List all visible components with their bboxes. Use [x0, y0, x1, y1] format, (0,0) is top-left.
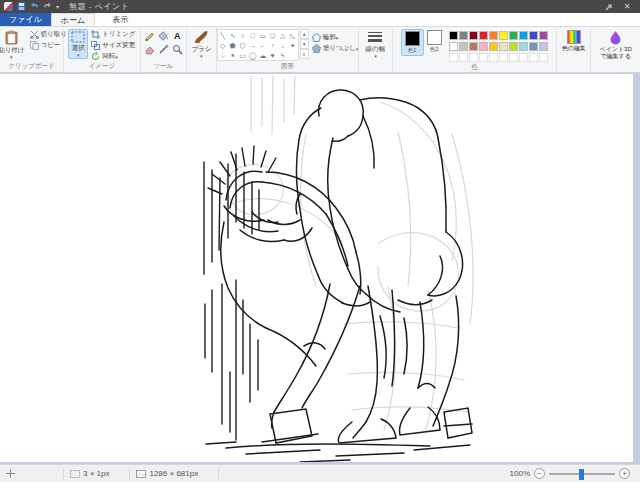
shapes-more-button[interactable]: ≡: [300, 49, 309, 59]
save-button[interactable]: [17, 2, 26, 11]
shape-cell[interactable]: [288, 50, 298, 60]
eraser-tool[interactable]: [143, 43, 156, 56]
shape-cell[interactable]: ◺: [288, 30, 298, 40]
group-size: 線の幅 ▾: [359, 27, 393, 72]
line-width-button[interactable]: 線の幅 ▾: [364, 29, 388, 59]
resize-button[interactable]: サイズ変更: [91, 40, 135, 51]
drawing-canvas[interactable]: [0, 74, 633, 462]
redo-button[interactable]: [43, 2, 52, 11]
shape-fill-button[interactable]: 塗りつぶし ▾: [312, 43, 359, 54]
magnifier-tool[interactable]: [171, 43, 184, 56]
pencil-tool[interactable]: [143, 29, 156, 42]
shape-cell[interactable]: ⬡: [238, 40, 248, 50]
palette-empty-slot[interactable]: [469, 53, 478, 62]
shape-cell[interactable]: ♥: [268, 50, 278, 60]
shape-cell[interactable]: →: [248, 40, 258, 50]
paint-window: ▾ 無題 - ペイント ✕ ファイル ホーム 表示 貼り付け ▾: [0, 0, 640, 482]
shape-cell[interactable]: □: [248, 30, 258, 40]
sketch-figure-stroke: [319, 90, 364, 136]
tab-file[interactable]: ファイル: [0, 13, 51, 26]
palette-swatch[interactable]: [539, 42, 548, 51]
shape-cell[interactable]: ☆: [218, 50, 228, 60]
window-maximize-button[interactable]: [600, 0, 618, 13]
shape-cell[interactable]: ▭: [258, 30, 268, 40]
tab-home[interactable]: ホーム: [51, 13, 95, 26]
color2-button[interactable]: 色2: [424, 29, 445, 54]
palette-empty-slot[interactable]: [529, 53, 538, 62]
clipboard-icon: [5, 30, 18, 45]
palette-swatch[interactable]: [489, 42, 498, 51]
shapes-scroll-up[interactable]: ▲: [300, 29, 309, 39]
palette-swatch[interactable]: [489, 31, 498, 40]
shape-cell[interactable]: ▭: [238, 50, 248, 60]
zoom-in-button[interactable]: +: [619, 468, 630, 479]
palette-empty-slot[interactable]: [499, 53, 508, 62]
palette-swatch[interactable]: [479, 42, 488, 51]
palette-empty-slot[interactable]: [459, 53, 468, 62]
palette-swatch[interactable]: [479, 31, 488, 40]
palette-swatch[interactable]: [499, 31, 508, 40]
shape-cell[interactable]: △: [278, 30, 288, 40]
shape-cell[interactable]: ⬠: [268, 30, 278, 40]
select-button[interactable]: 選択 ▾: [68, 29, 88, 59]
palette-swatch[interactable]: [449, 42, 458, 51]
shape-cell[interactable]: ◇: [218, 40, 228, 50]
palette-swatch[interactable]: [509, 31, 518, 40]
palette-swatch[interactable]: [469, 31, 478, 40]
palette-swatch[interactable]: [519, 42, 528, 51]
sketch-hatch-line: [253, 146, 254, 164]
shapes-scroll-down[interactable]: ▼: [300, 39, 309, 49]
shape-cell[interactable]: ╲: [218, 30, 228, 40]
selection-size-field: 3 × 1px: [64, 465, 115, 482]
shape-cell[interactable]: ϟ: [278, 50, 288, 60]
zoom-slider[interactable]: [549, 473, 615, 475]
shape-cell[interactable]: ∿: [228, 30, 238, 40]
paint3d-button[interactable]: ペイント3D で編集する: [598, 29, 634, 61]
shape-cell[interactable]: ↓: [278, 40, 288, 50]
palette-swatch[interactable]: [519, 31, 528, 40]
zoom-out-button[interactable]: −: [534, 468, 545, 479]
palette-swatch[interactable]: [469, 42, 478, 51]
palette-empty-slot[interactable]: [519, 53, 528, 62]
palette-empty-slot[interactable]: [479, 53, 488, 62]
text-tool[interactable]: A: [171, 29, 184, 42]
fill-tool[interactable]: [157, 29, 170, 42]
qat-customize-dropdown[interactable]: ▾: [56, 3, 59, 10]
shape-outline-button[interactable]: 輪郭 ▾: [312, 32, 359, 43]
window-close-button[interactable]: ✕: [618, 0, 636, 13]
shape-cell[interactable]: ☁: [258, 50, 268, 60]
palette-swatch[interactable]: [449, 31, 458, 40]
palette-empty-slot[interactable]: [509, 53, 518, 62]
color-picker-tool[interactable]: [157, 43, 170, 56]
brushes-button[interactable]: ブラシ ▾: [189, 29, 213, 59]
paste-button[interactable]: 貼り付け ▾: [0, 29, 27, 60]
palette-swatch[interactable]: [499, 42, 508, 51]
undo-button[interactable]: [30, 2, 39, 11]
palette-empty-slot[interactable]: [539, 53, 548, 62]
rotate-button[interactable]: 回転 ▾: [91, 51, 135, 62]
shape-cell[interactable]: ←: [258, 40, 268, 50]
palette-swatch[interactable]: [509, 42, 518, 51]
cut-button[interactable]: 切り取り: [30, 29, 67, 40]
group-image: 選択 ▾ トリミング サイズ変更 回転 ▾: [64, 27, 141, 72]
sketch-figure-stroke: [363, 116, 374, 168]
palette-swatch[interactable]: [459, 31, 468, 40]
shape-cell[interactable]: ⬟: [228, 40, 238, 50]
zoom-slider-thumb[interactable]: [579, 469, 584, 480]
shape-cell[interactable]: ○: [238, 30, 248, 40]
crop-button[interactable]: トリミング: [91, 29, 135, 40]
shape-cell[interactable]: ↑: [268, 40, 278, 50]
shape-cell[interactable]: ◯: [248, 50, 258, 60]
palette-swatch[interactable]: [459, 42, 468, 51]
palette-empty-slot[interactable]: [449, 53, 458, 62]
color1-button[interactable]: 色1: [401, 29, 424, 56]
palette-swatch[interactable]: [529, 31, 538, 40]
tab-view[interactable]: 表示: [103, 13, 137, 26]
shape-cell[interactable]: ✦: [288, 40, 298, 50]
copy-button[interactable]: コピー: [30, 40, 67, 51]
edit-colors-button[interactable]: 色の編集: [560, 29, 588, 53]
palette-swatch[interactable]: [529, 42, 538, 51]
palette-swatch[interactable]: [539, 31, 548, 40]
palette-empty-slot[interactable]: [489, 53, 498, 62]
shape-cell[interactable]: ✶: [228, 50, 238, 60]
